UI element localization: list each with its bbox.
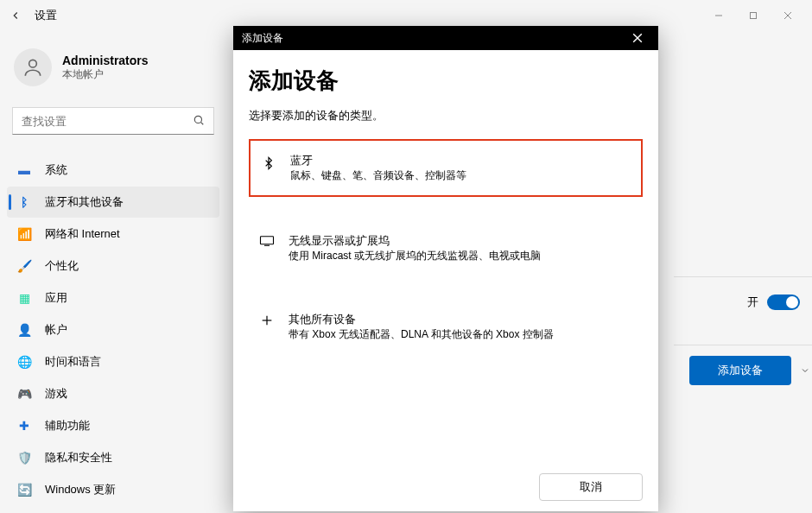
sidebar: Administrators 本地帐户 ▬ 系统 ᛒ 蓝牙和其他设备 📶 网络和… — [0, 31, 225, 513]
user-icon: 👤 — [16, 321, 33, 339]
update-icon: 🔄 — [16, 481, 33, 498]
user-subtitle: 本地帐户 — [62, 67, 149, 82]
add-device-dialog: 添加设备 添加设备 选择要添加的设备的类型。 蓝牙 鼠标、键盘、笔、音频设备、控… — [233, 26, 658, 511]
bluetooth-toggle-label: 开 — [747, 294, 758, 310]
dialog-header: 添加设备 — [233, 26, 658, 50]
add-device-button[interactable]: 添加设备 — [689, 356, 791, 385]
sidebar-item-time-language[interactable]: 🌐 时间和语言 — [7, 346, 219, 377]
system-icon: ▬ — [16, 162, 33, 179]
sidebar-item-accessibility[interactable]: ✚ 辅助功能 — [7, 410, 219, 441]
bluetooth-icon: ᛒ — [16, 193, 33, 211]
sidebar-item-network[interactable]: 📶 网络和 Internet — [7, 218, 219, 250]
chevron-down-icon[interactable] — [798, 365, 812, 376]
globe-icon: 🌐 — [16, 353, 33, 370]
sidebar-item-gaming[interactable]: 🎮 游戏 — [7, 378, 219, 409]
maximize-button[interactable] — [736, 3, 771, 28]
avatar — [14, 48, 52, 86]
svg-point-4 — [29, 60, 37, 67]
option-title: 蓝牙 — [290, 153, 466, 168]
dialog-header-title: 添加设备 — [242, 31, 283, 46]
user-block[interactable]: Administrators 本地帐户 — [7, 40, 219, 95]
option-desc: 带有 Xbox 无线适配器、DLNA 和其他设备的 Xbox 控制器 — [289, 327, 554, 342]
sidebar-item-label: 蓝牙和其他设备 — [45, 194, 124, 210]
search-input[interactable] — [22, 115, 193, 128]
window-controls — [701, 3, 805, 28]
game-icon: 🎮 — [16, 385, 33, 402]
back-button[interactable] — [7, 7, 24, 24]
sidebar-item-apps[interactable]: ▦ 应用 — [7, 282, 219, 314]
display-icon — [256, 233, 278, 263]
bluetooth-toggle[interactable] — [767, 294, 800, 310]
option-desc: 使用 Miracast 或无线扩展坞的无线监视器、电视或电脑 — [289, 249, 541, 263]
option-desc: 鼠标、键盘、笔、音频设备、控制器等 — [290, 168, 466, 183]
option-wireless-display[interactable]: 无线显示器或扩展坞 使用 Miracast 或无线扩展坞的无线监视器、电视或电脑 — [249, 221, 643, 276]
apps-icon: ▦ — [16, 289, 33, 307]
accessibility-icon: ✚ — [16, 417, 33, 434]
sidebar-item-label: Windows 更新 — [45, 482, 116, 497]
window-title: 设置 — [35, 8, 57, 23]
dialog-subtitle: 选择要添加的设备的类型。 — [249, 108, 643, 124]
cancel-button[interactable]: 取消 — [539, 473, 643, 501]
wifi-icon: 📶 — [16, 225, 33, 243]
user-name: Administrators — [62, 54, 149, 67]
option-bluetooth[interactable]: 蓝牙 鼠标、键盘、笔、音频设备、控制器等 — [249, 139, 643, 197]
main-content-fragment: 开 添加设备 — [674, 276, 812, 385]
shield-icon: 🛡️ — [16, 449, 33, 466]
sidebar-item-label: 个性化 — [45, 258, 79, 274]
sidebar-item-label: 辅助功能 — [45, 418, 90, 434]
sidebar-item-label: 帐户 — [45, 322, 67, 338]
brush-icon: 🖌️ — [16, 257, 33, 275]
svg-rect-9 — [261, 237, 274, 244]
option-everything-else[interactable]: 其他所有设备 带有 Xbox 无线适配器、DLNA 和其他设备的 Xbox 控制… — [249, 300, 643, 354]
sidebar-item-label: 网络和 Internet — [45, 226, 120, 242]
search-box[interactable] — [12, 107, 214, 135]
plus-icon — [256, 312, 278, 342]
sidebar-item-label: 游戏 — [45, 386, 67, 402]
sidebar-item-privacy[interactable]: 🛡️ 隐私和安全性 — [7, 442, 219, 473]
sidebar-item-label: 隐私和安全性 — [45, 450, 112, 466]
option-title: 其他所有设备 — [289, 312, 554, 327]
sidebar-item-label: 系统 — [45, 162, 67, 178]
svg-point-5 — [194, 116, 201, 123]
search-icon — [193, 114, 205, 129]
sidebar-item-label: 时间和语言 — [45, 354, 101, 370]
sidebar-item-personalization[interactable]: 🖌️ 个性化 — [7, 250, 219, 282]
sidebar-item-label: 应用 — [45, 290, 67, 306]
sidebar-item-bluetooth[interactable]: ᛒ 蓝牙和其他设备 — [7, 187, 219, 218]
close-dialog-button[interactable] — [625, 26, 650, 50]
sidebar-item-system[interactable]: ▬ 系统 — [7, 155, 219, 186]
close-window-button[interactable] — [771, 3, 805, 28]
sidebar-item-windows-update[interactable]: 🔄 Windows 更新 — [7, 474, 219, 505]
nav: ▬ 系统 ᛒ 蓝牙和其他设备 📶 网络和 Internet 🖌️ 个性化 ▦ 应… — [7, 149, 219, 505]
svg-line-6 — [201, 122, 204, 124]
dialog-title: 添加设备 — [249, 66, 643, 96]
minimize-button[interactable] — [701, 3, 736, 28]
svg-rect-1 — [751, 13, 757, 19]
bluetooth-icon — [257, 153, 280, 183]
option-title: 无线显示器或扩展坞 — [289, 233, 541, 249]
sidebar-item-accounts[interactable]: 👤 帐户 — [7, 314, 219, 345]
